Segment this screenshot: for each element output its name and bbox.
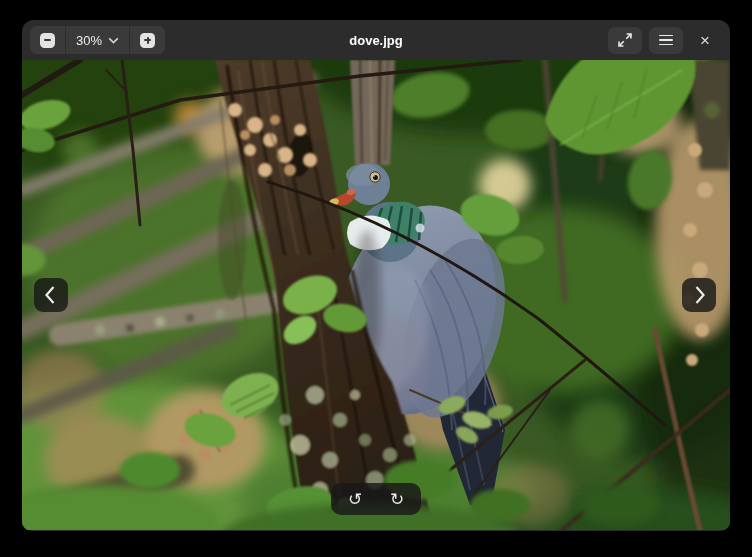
zoom-level-dropdown[interactable]: 30% [65, 26, 130, 54]
desktop-background: { "window": { "title": "dove.jpg" }, "he… [0, 0, 752, 557]
rotate-ccw-icon: ↺ [348, 491, 362, 508]
zoom-out-button[interactable] [30, 26, 65, 54]
zoom-in-icon [140, 33, 155, 48]
zoom-in-button[interactable] [130, 26, 165, 54]
close-icon: × [700, 32, 710, 49]
chevron-down-icon [108, 37, 119, 44]
hamburger-menu-icon [659, 35, 673, 46]
header-actions: × [608, 27, 720, 54]
zoom-controls: 30% [30, 26, 165, 54]
fullscreen-icon [618, 33, 632, 47]
main-menu-button[interactable] [649, 27, 683, 54]
close-window-button[interactable]: × [690, 27, 720, 54]
image-viewer-window: dove.jpg 30% [22, 20, 730, 531]
rotate-counterclockwise-button[interactable]: ↺ [337, 485, 373, 513]
next-image-button[interactable] [682, 278, 716, 312]
header-bar: dove.jpg 30% [22, 20, 730, 60]
previous-image-button[interactable] [34, 278, 68, 312]
zoom-out-icon [40, 33, 55, 48]
fullscreen-button[interactable] [608, 27, 642, 54]
rotate-clockwise-button[interactable]: ↻ [379, 485, 415, 513]
chevron-left-icon [34, 278, 68, 312]
rotate-cw-icon: ↻ [390, 491, 404, 508]
image-viewport: Blue-grey wood pigeon perched upright ag… [22, 60, 730, 530]
chevron-right-icon [682, 278, 716, 312]
zoom-level-value: 30% [76, 33, 102, 48]
photo-dove[interactable]: Blue-grey wood pigeon perched upright ag… [22, 60, 730, 530]
rotate-toolbar: ↺ ↻ [331, 483, 421, 515]
